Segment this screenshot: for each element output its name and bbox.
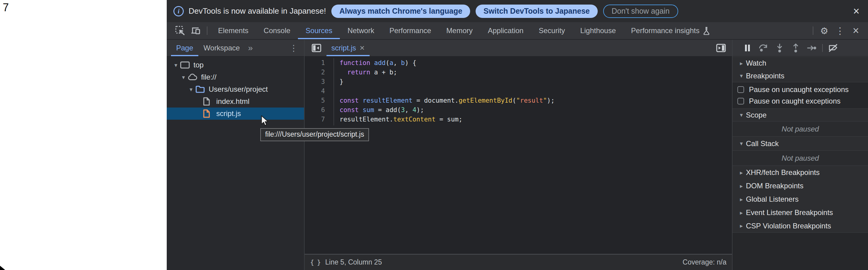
code-editor[interactable]: 1234567 function add(a, b) { return a + … [305,57,732,254]
tab-network[interactable]: Network [340,22,382,39]
tree-item-label: file:// [201,73,217,81]
twisty-collapsed-icon[interactable]: ▸ [737,60,746,67]
step-out-icon[interactable] [787,40,804,56]
section-label: Scope [746,111,767,119]
editor-pane: script.js × 1234567 function add(a, b) {… [305,40,732,270]
tab-performance[interactable]: Performance [382,22,439,39]
twisty-open-icon[interactable]: ▾ [187,86,195,93]
pause-icon[interactable] [739,40,755,56]
twisty-open-icon[interactable]: ▾ [737,72,746,79]
code-line: const resultElement = document.getElemen… [340,96,732,106]
section-breakpoints[interactable]: ▾Breakpoints [733,69,868,82]
tab-console[interactable]: Console [256,22,298,39]
checkbox-row-pause-on-uncaught-exceptions[interactable]: Pause on uncaught exceptions [733,84,868,95]
file-icon [203,97,213,106]
tab-memory[interactable]: Memory [439,22,480,39]
tree-item-users-user-project[interactable]: ▾Users/user/project [167,83,304,95]
tree-item-label: top [193,61,204,69]
screenshot-root: { "page": { "number": "7" }, "infobar": … [0,0,868,270]
infobar-button-don-t-show-again[interactable]: Don't show again [603,5,678,18]
toolbar-right-controls: ⚙⋮× [810,22,868,39]
section-label: DOM Breakpoints [746,182,803,190]
editor-tabstrip: script.js × [305,40,732,57]
folder-icon [195,85,205,93]
tab-lighthouse[interactable]: Lighthouse [572,22,623,39]
line-number: 1 [305,58,325,68]
file-path-tooltip: file:///Users/user/project/script.js [260,128,369,141]
tab-label: Console [264,26,290,35]
step-icon[interactable] [804,40,820,56]
infobar-message: DevTools is now available in Japanese! [189,6,326,16]
breakpoints-options: Pause on uncaught exceptionsPause on cau… [733,82,868,109]
twisty-open-icon[interactable]: ▾ [180,74,187,81]
section-call-stack[interactable]: ▾Call Stack [733,137,868,151]
tab-security[interactable]: Security [531,22,573,39]
navigator-menu-icon[interactable]: ⋮ [283,40,304,56]
checkbox-row-pause-on-caught-exceptions[interactable]: Pause on caught exceptions [733,95,868,107]
navigator-pane: PageWorkspace » ⋮ ▾top▾file://▾Users/use… [167,40,304,270]
deactivate-breakpoints-icon[interactable] [825,40,841,56]
code-line: const sum = add(3, 4); [340,106,732,115]
checkbox-unchecked-icon[interactable] [737,86,744,93]
twisty-collapsed-icon[interactable]: ▸ [737,222,746,229]
navigator-tab-page[interactable]: Page [171,40,198,56]
section-global-listeners[interactable]: ▸Global Listeners [733,192,868,206]
device-toolbar-icon[interactable] [188,22,204,39]
info-icon: i [174,6,184,17]
infobar-close-icon[interactable]: × [853,6,860,17]
twisty-collapsed-icon[interactable]: ▸ [737,209,746,216]
infobar-button-switch-devtools-to-japanese[interactable]: Switch DevTools to Japanese [475,5,598,18]
tab-elements[interactable]: Elements [211,22,256,39]
file-tree: ▾top▾file://▾Users/user/projectindex.htm… [167,57,304,120]
twisty-open-icon[interactable]: ▾ [172,62,180,69]
tab-application[interactable]: Application [480,22,531,39]
tab-label: Performance insights [631,26,700,35]
twisty-open-icon[interactable]: ▾ [737,112,746,118]
pretty-print-icon[interactable]: { } [310,259,320,266]
editor-tab-scriptjs[interactable]: script.js × [327,40,370,56]
panel-collapse-left-icon[interactable] [309,40,324,56]
toolbar-separator [207,26,208,35]
tree-item-top[interactable]: ▾top [167,59,304,71]
section-label: CSP Violation Breakpoints [746,222,831,230]
navigator-tab-workspace[interactable]: Workspace [198,40,245,56]
checkbox-unchecked-icon[interactable] [737,98,744,104]
tab-close-icon[interactable]: × [360,43,365,53]
section-csp-violation-breakpoints[interactable]: ▸CSP Violation Breakpoints [733,219,868,233]
infobar-button-always-match-chrome-s-language[interactable]: Always match Chrome's language [331,5,470,18]
tree-item-script-js[interactable]: script.js [167,108,304,120]
section-xhr-fetch-breakpoints[interactable]: ▸XHR/fetch Breakpoints [733,166,868,179]
twisty-open-icon[interactable]: ▾ [737,140,746,147]
tab-performance-insights[interactable]: Performance insights [623,22,718,39]
debugger-toolbar [733,40,868,57]
settings-gear-icon[interactable]: ⚙ [816,22,832,39]
line-number-gutter: 1234567 [305,57,334,254]
step-over-icon[interactable] [755,40,771,56]
close-icon[interactable]: × [848,22,864,39]
twisty-collapsed-icon[interactable]: ▸ [737,169,746,176]
more-tabs-icon[interactable]: » [245,40,256,56]
tree-item-file[interactable]: ▾file:// [167,71,304,83]
code-content[interactable]: function add(a, b) { return a + b;}const… [334,57,732,254]
cloud-icon [188,73,197,81]
section-watch[interactable]: ▸Watch [733,57,868,69]
step-into-icon[interactable] [771,40,787,56]
twisty-collapsed-icon[interactable]: ▸ [737,196,746,203]
section-dom-breakpoints[interactable]: ▸DOM Breakpoints [733,179,868,192]
panel-expand-right-icon[interactable] [716,40,732,56]
coverage-status: Coverage: n/a [683,258,726,266]
code-line [340,87,732,96]
more-menu-icon[interactable]: ⋮ [832,22,848,39]
section-label: XHR/fetch Breakpoints [746,168,820,177]
line-number: 6 [305,106,325,115]
tab-label: Elements [218,26,248,35]
tab-sources[interactable]: Sources [298,22,340,39]
section-event-listener-breakpoints[interactable]: ▸Event Listener Breakpoints [733,206,868,219]
tab-label: Performance [390,26,431,35]
inspect-icon[interactable] [172,22,188,39]
section-scope[interactable]: ▾Scope [733,109,868,121]
twisty-collapsed-icon[interactable]: ▸ [737,183,746,189]
tree-item-index-html[interactable]: index.html [167,95,304,108]
section-label: Global Listeners [746,195,799,204]
tab-label: Sources [306,26,332,35]
